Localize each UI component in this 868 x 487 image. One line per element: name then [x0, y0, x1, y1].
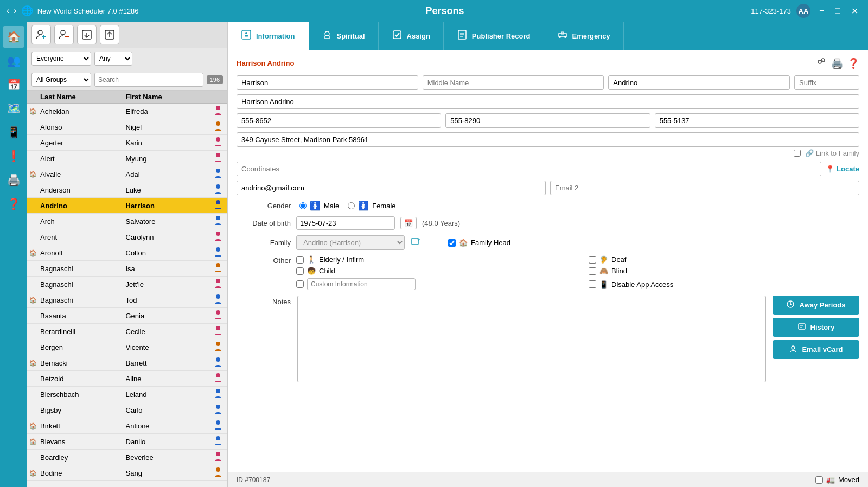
link-family-button[interactable]: 🔗 Link to Family [805, 149, 859, 157]
phone1-field[interactable] [237, 113, 441, 128]
list-item[interactable]: Basanta Genia [27, 308, 227, 324]
sidebar-item-home[interactable]: 🏠 [3, 26, 24, 48]
moved-checkbox[interactable] [815, 476, 823, 484]
last-name-cell: Bodine [40, 469, 126, 477]
sidebar-item-help[interactable]: ❓ [3, 193, 24, 215]
help-button[interactable]: ❓ [847, 56, 859, 70]
gender-female-option[interactable]: 🚺 Female [348, 201, 395, 211]
all-groups-filter[interactable]: All Groups Group 1 Group 2 [31, 73, 91, 87]
elderly-checkbox[interactable] [296, 256, 304, 264]
child-checkbox[interactable] [296, 267, 304, 275]
gender-male-option[interactable]: 🚹 Male [299, 201, 339, 211]
list-item[interactable]: 🏠 Aronoff Colton [27, 245, 227, 261]
calendar-button[interactable]: 📅 [400, 217, 417, 229]
first-name-field[interactable] [237, 75, 418, 90]
list-item[interactable]: Bagnaschi Jett'ie [27, 277, 227, 292]
tab-spiritual[interactable]: Spiritual [309, 22, 379, 50]
minimize-button[interactable]: − [816, 5, 827, 17]
phone3-field[interactable] [655, 113, 859, 128]
maximize-button[interactable]: □ [832, 5, 844, 17]
suffix-field[interactable] [794, 75, 859, 90]
tab-assign[interactable]: Assign [379, 22, 444, 50]
svg-rect-48 [799, 324, 805, 329]
user-badge[interactable]: AA [796, 4, 810, 18]
svg-point-27 [216, 420, 220, 425]
family-head-checkbox[interactable] [448, 239, 456, 247]
export-button[interactable] [100, 25, 119, 44]
deaf-checkbox[interactable] [589, 256, 596, 264]
list-item[interactable]: 🏠 Bernacki Barrett [27, 355, 227, 371]
list-item[interactable]: Alert Myung [27, 151, 227, 166]
list-item[interactable]: 🏠 Bagnaschi Tod [27, 292, 227, 308]
svg-point-26 [216, 405, 220, 409]
locate-button[interactable]: 📍 Locate [826, 165, 859, 173]
svg-point-7 [216, 106, 220, 110]
tab-information[interactable]: Information [228, 22, 309, 50]
email1-field[interactable] [237, 181, 546, 195]
person-link-button[interactable] [816, 56, 827, 70]
disable-app-checkbox[interactable] [589, 280, 596, 288]
list-item[interactable]: 🏠 Bodine Sang [27, 465, 227, 481]
back-button[interactable]: ‹ [7, 6, 9, 16]
sidebar-item-people[interactable]: 👥 [3, 50, 24, 72]
notes-field[interactable] [297, 296, 766, 382]
list-item[interactable]: Bagnaschi Isa [27, 261, 227, 277]
email2-field[interactable] [550, 181, 859, 195]
coordinates-field[interactable] [237, 162, 821, 176]
custom-info-checkbox[interactable] [296, 280, 304, 288]
family-select[interactable]: Andrino (Harrison) [296, 235, 405, 250]
address-field[interactable] [237, 132, 859, 147]
custom-info-field[interactable] [307, 278, 416, 290]
sidebar-item-phone[interactable]: 📱 [3, 121, 24, 143]
middle-name-field[interactable] [423, 75, 604, 90]
sidebar-item-print[interactable]: 🖨️ [3, 169, 24, 191]
close-button[interactable]: ✕ [848, 5, 861, 17]
blind-checkbox[interactable] [589, 267, 596, 275]
add-person-button[interactable] [31, 25, 51, 44]
remove-person-button[interactable] [54, 25, 74, 44]
display-name-field[interactable] [237, 94, 859, 109]
tab-spiritual-label: Spiritual [337, 32, 365, 40]
import-button[interactable] [77, 25, 97, 44]
list-item[interactable]: Anderson Luke [27, 182, 227, 198]
tab-publisher-record[interactable]: Publisher Record [444, 22, 544, 50]
list-item[interactable]: Boardley Beverlee [27, 450, 227, 465]
list-item[interactable]: Bierschbach Leland [27, 387, 227, 402]
gender-male-radio[interactable] [299, 202, 307, 209]
print-button[interactable]: 🖨️ [831, 56, 843, 70]
tab-emergency[interactable]: Emergency [544, 22, 624, 50]
list-item[interactable]: Agerter Karin [27, 135, 227, 151]
sidebar-item-map[interactable]: 🗺️ [3, 98, 24, 119]
email-vcard-button[interactable]: Email vCard [773, 340, 859, 359]
away-periods-button[interactable]: Away Periods [773, 296, 859, 315]
history-button[interactable]: History [773, 318, 859, 337]
list-item[interactable]: Afonso Nigel [27, 119, 227, 135]
list-item[interactable]: Bigsby Carlo [27, 402, 227, 418]
list-item[interactable]: 🏠 Achekian Elfreda [27, 104, 227, 119]
away-periods-icon [786, 300, 795, 310]
list-item[interactable]: Betzold Aline [27, 371, 227, 387]
link-family-checkbox[interactable] [794, 150, 801, 157]
list-item[interactable]: Arent Carolynn [27, 229, 227, 245]
gender-female-radio[interactable] [348, 202, 355, 209]
list-item[interactable]: Andrino Harrison [27, 198, 227, 214]
edit-family-button[interactable] [410, 236, 421, 249]
search-input[interactable] [94, 73, 203, 87]
last-name-field[interactable] [608, 75, 790, 90]
list-item[interactable]: Bergen Vicente [27, 339, 227, 355]
dob-field[interactable] [296, 216, 395, 230]
sidebar-item-alert[interactable]: ❗ [3, 145, 24, 167]
list-item[interactable]: 🏠 Alvalle Adal [27, 166, 227, 182]
custom-info-option [296, 278, 567, 290]
list-item[interactable]: 🏠 Birkett Antione [27, 418, 227, 434]
list-item[interactable]: 🏠 Blevans Danilo [27, 434, 227, 450]
forward-button[interactable]: › [14, 6, 16, 16]
group-filter[interactable]: Everyone Publishers Elders Ministerial S… [31, 52, 91, 66]
phone2-field[interactable] [445, 113, 650, 128]
list-item[interactable]: Arch Salvatore [27, 214, 227, 229]
information-tab-icon [241, 29, 252, 43]
sidebar-item-calendar[interactable]: 📅 [3, 74, 24, 95]
list-item[interactable]: Berardinelli Cecile [27, 324, 227, 339]
category-filter[interactable]: Any Male Female [94, 52, 132, 66]
user-code: 117-323-173 [751, 7, 791, 15]
